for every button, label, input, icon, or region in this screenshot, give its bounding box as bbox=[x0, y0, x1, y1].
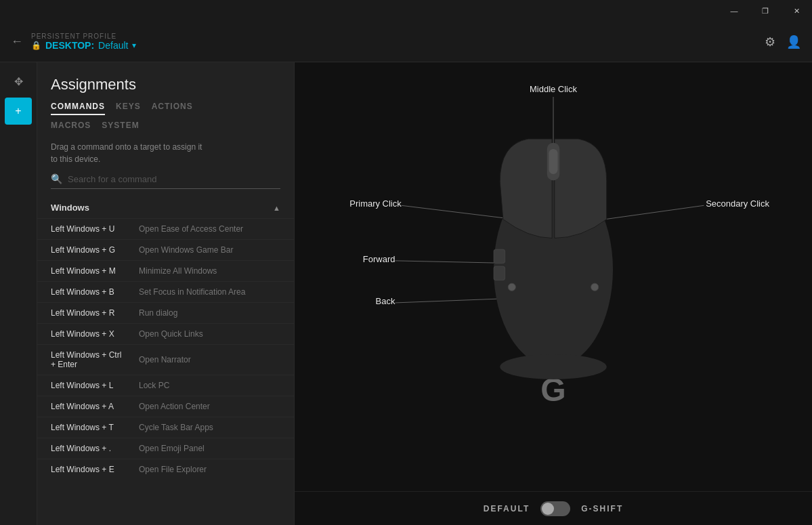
command-desc: Run dialog bbox=[139, 308, 280, 318]
back-button[interactable]: ← bbox=[11, 35, 23, 49]
command-desc: Minimize All Windows bbox=[139, 266, 280, 276]
list-item[interactable]: Left Windows + B Set Focus in Notificati… bbox=[37, 281, 294, 302]
settings-icon[interactable]: ⚙ bbox=[765, 35, 775, 49]
plus-icon: + bbox=[15, 105, 21, 117]
close-button[interactable]: ✕ bbox=[781, 0, 812, 22]
command-key: Left Windows + L bbox=[51, 381, 139, 390]
command-key: Left Windows + T bbox=[51, 423, 139, 432]
lock-icon: 🔒 bbox=[31, 41, 41, 50]
restore-button[interactable]: ❐ bbox=[750, 0, 781, 22]
minimize-button[interactable]: — bbox=[719, 0, 750, 22]
command-key: Left Windows + B bbox=[51, 287, 139, 297]
tab-row-1: COMMANDS KEYS ACTIONS bbox=[37, 102, 294, 115]
command-desc: Open Narrator bbox=[139, 355, 280, 364]
list-item[interactable]: Left Windows + A Open Action Center bbox=[37, 396, 294, 417]
list-item[interactable]: Left Windows + E Open File Explorer bbox=[37, 459, 294, 480]
profile-name: 🔒 DESKTOP: Default ▾ bbox=[31, 40, 136, 51]
list-item[interactable]: Left Windows + M Minimize All Windows bbox=[37, 260, 294, 281]
list-item[interactable]: Left Windows + T Cycle Task Bar Apps bbox=[37, 417, 294, 438]
profile-info: PERSISTENT PROFILE 🔒 DESKTOP: Default ▾ bbox=[31, 33, 136, 51]
back-label: Back bbox=[376, 296, 396, 306]
profile-label: PERSISTENT PROFILE bbox=[31, 33, 136, 40]
mouse-area: Middle Click Primary Click Secondary Cli… bbox=[295, 62, 812, 491]
command-key: Left Windows + X bbox=[51, 329, 139, 339]
chevron-icon[interactable]: ▾ bbox=[132, 41, 136, 50]
forward-label: Forward bbox=[363, 254, 396, 264]
left-nav: ✥ + bbox=[0, 62, 37, 525]
secondary-click-line bbox=[596, 205, 704, 220]
svg-rect-3 bbox=[494, 249, 505, 263]
default-label: DEFAULT bbox=[484, 504, 530, 513]
tab-system[interactable]: SYSTEM bbox=[102, 121, 139, 133]
svg-point-8 bbox=[500, 354, 607, 379]
command-key: Left Windows + G bbox=[51, 245, 139, 255]
svg-point-5 bbox=[508, 283, 515, 291]
bottom-bar: DEFAULT G-SHIFT bbox=[295, 491, 812, 525]
command-key: Left Windows + U bbox=[51, 224, 139, 234]
header-actions: ⚙ 👤 bbox=[765, 35, 801, 49]
command-key: Left Windows + Ctrl + Enter bbox=[51, 350, 139, 369]
tab-actions[interactable]: ACTIONS bbox=[152, 102, 193, 115]
primary-click-label: Primary Click bbox=[349, 198, 402, 209]
list-item[interactable]: Left Windows + . Open Emoji Panel bbox=[37, 438, 294, 459]
sidebar-title: Assignments bbox=[37, 62, 294, 102]
command-desc: Open Windows Game Bar bbox=[139, 245, 280, 255]
mouse-graphic: G bbox=[494, 139, 613, 408]
svg-point-0 bbox=[494, 172, 613, 366]
command-desc: Cycle Task Bar Apps bbox=[139, 423, 280, 432]
main-content: Middle Click Primary Click Secondary Cli… bbox=[295, 62, 812, 525]
svg-text:G: G bbox=[540, 371, 565, 408]
move-icon: ✥ bbox=[14, 75, 23, 88]
list-item[interactable]: Left Windows + G Open Windows Game Bar bbox=[37, 239, 294, 260]
tab-commands[interactable]: COMMANDS bbox=[51, 102, 105, 115]
search-input[interactable] bbox=[68, 174, 280, 184]
svg-rect-2 bbox=[549, 149, 558, 174]
list-item[interactable]: Left Windows + R Run dialog bbox=[37, 302, 294, 323]
header: ← PERSISTENT PROFILE 🔒 DESKTOP: Default … bbox=[0, 22, 812, 62]
tab-keys[interactable]: KEYS bbox=[116, 102, 141, 115]
nav-move[interactable]: ✥ bbox=[5, 68, 32, 95]
list-item[interactable]: Left Windows + L Lock PC bbox=[37, 375, 294, 396]
svg-point-6 bbox=[591, 283, 599, 291]
section-title-windows: Windows bbox=[51, 203, 89, 213]
svg-rect-4 bbox=[494, 266, 505, 280]
middle-click-label: Middle Click bbox=[530, 84, 577, 94]
command-desc: Open Emoji Panel bbox=[139, 444, 280, 453]
sidebar: Assignments COMMANDS KEYS ACTIONS MACROS… bbox=[37, 62, 295, 525]
svg-rect-1 bbox=[547, 143, 560, 181]
command-desc: Open Action Center bbox=[139, 402, 280, 411]
command-key: Left Windows + A bbox=[51, 402, 139, 411]
default-text: Default bbox=[98, 40, 128, 51]
command-key: Left Windows + R bbox=[51, 308, 139, 318]
commands-list: Windows ▲ Left Windows + U Open Ease of … bbox=[37, 197, 294, 525]
command-desc: Set Focus in Notification Area bbox=[139, 287, 280, 297]
command-key: Left Windows + E bbox=[51, 465, 139, 474]
command-key: Left Windows + M bbox=[51, 266, 139, 276]
list-item[interactable]: Left Windows + X Open Quick Links bbox=[37, 323, 294, 344]
toggle-knob bbox=[542, 503, 554, 515]
tab-row-2: MACROS SYSTEM bbox=[37, 121, 294, 133]
list-item[interactable]: Left Windows + U Open Ease of Access Cen… bbox=[37, 218, 294, 239]
nav-plus[interactable]: + bbox=[5, 98, 32, 125]
search-icon: 🔍 bbox=[51, 173, 62, 184]
section-header-windows[interactable]: Windows ▲ bbox=[37, 197, 294, 218]
command-desc: Open Ease of Access Center bbox=[139, 224, 280, 234]
titlebar-controls: — ❐ ✕ bbox=[719, 0, 812, 22]
mode-toggle[interactable] bbox=[540, 501, 570, 516]
back-line bbox=[395, 298, 510, 302]
user-icon[interactable]: 👤 bbox=[786, 35, 801, 49]
main-layout: ✥ + Assignments COMMANDS KEYS ACTIONS MA… bbox=[0, 62, 812, 525]
mouse-overlay: Middle Click Primary Click Secondary Cli… bbox=[295, 62, 812, 491]
primary-click-line bbox=[402, 205, 515, 219]
command-key: Left Windows + . bbox=[51, 444, 139, 453]
forward-line bbox=[395, 261, 511, 264]
list-item[interactable]: Left Windows + Ctrl + Enter Open Narrato… bbox=[37, 344, 294, 375]
command-desc: Open File Explorer bbox=[139, 465, 280, 474]
secondary-click-label: Secondary Click bbox=[706, 198, 769, 209]
search-bar: 🔍 bbox=[51, 173, 280, 189]
section-chevron-windows: ▲ bbox=[273, 204, 280, 212]
titlebar: — ❐ ✕ bbox=[0, 0, 812, 22]
tab-macros[interactable]: MACROS bbox=[51, 121, 91, 133]
command-desc: Lock PC bbox=[139, 381, 280, 390]
desktop-text: DESKTOP: bbox=[45, 40, 94, 51]
